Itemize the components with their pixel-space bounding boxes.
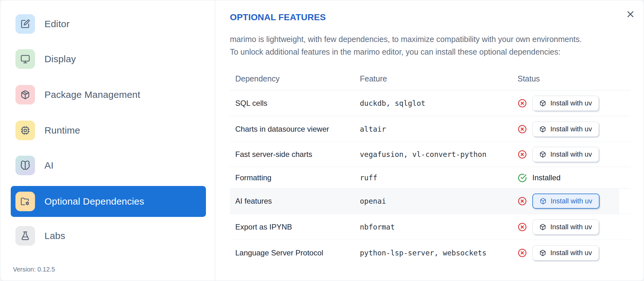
column-header-dependency: Dependency bbox=[230, 74, 360, 83]
installed-label: Installed bbox=[532, 173, 560, 182]
table-header-row: Dependency Feature Status bbox=[230, 67, 630, 90]
box-icon bbox=[539, 224, 546, 230]
description-line-2: To unlock additional features in the mar… bbox=[230, 47, 560, 56]
table-row: Export as IPYNB nbformat Install with uv bbox=[230, 214, 630, 240]
flask-icon bbox=[15, 226, 35, 246]
feature-packages: duckdb, sqlglot bbox=[360, 99, 518, 107]
feature-packages: python-lsp-server, websockets bbox=[360, 249, 518, 257]
dependency-name: Formatting bbox=[230, 173, 360, 182]
status-cell: Install with uv bbox=[518, 194, 630, 209]
sidebar-item-editor[interactable]: Editor bbox=[11, 14, 206, 34]
status-installed-icon bbox=[518, 173, 527, 182]
column-header-feature: Feature bbox=[360, 74, 518, 83]
table-row: AI features openai Install with uv bbox=[230, 188, 630, 214]
sidebar-item-ai[interactable]: AI bbox=[11, 156, 206, 175]
description-line-1: marimo is lightweight, with few dependen… bbox=[230, 35, 582, 44]
feature-packages: vegafusion, vl-convert-python bbox=[360, 150, 518, 158]
install-with-uv-button[interactable]: Install with uv bbox=[532, 122, 599, 137]
package-icon bbox=[15, 85, 35, 105]
panel-description: marimo is lightweight, with few dependen… bbox=[230, 33, 582, 58]
page-title: OPTIONAL FEATURES bbox=[230, 12, 326, 22]
install-button-label: Install with uv bbox=[551, 197, 592, 205]
cpu-icon bbox=[15, 121, 35, 140]
folder-gear-icon bbox=[15, 192, 35, 211]
feature-packages: ruff bbox=[360, 174, 518, 182]
dependency-name: Export as IPYNB bbox=[230, 223, 360, 231]
box-icon bbox=[539, 126, 546, 133]
monitor-icon bbox=[15, 49, 35, 69]
table-row: Formatting ruff Installed bbox=[230, 167, 630, 188]
install-button-label: Install with uv bbox=[550, 223, 592, 231]
dependency-name: SQL cells bbox=[230, 99, 360, 108]
box-icon bbox=[540, 198, 547, 205]
sidebar-item-optional-dependencies[interactable]: Optional Dependencies bbox=[11, 186, 206, 217]
dependency-name: Charts in datasource viewer bbox=[230, 125, 360, 134]
editor-pen-icon bbox=[15, 14, 35, 34]
install-button-label: Install with uv bbox=[550, 125, 592, 133]
sidebar-item-label: Labs bbox=[44, 230, 65, 241]
status-missing-icon bbox=[518, 99, 527, 108]
sidebar-item-labs[interactable]: Labs bbox=[11, 226, 206, 246]
status-missing-icon bbox=[518, 222, 527, 232]
sidebar-item-package-management[interactable]: Package Management bbox=[11, 85, 206, 105]
table-row: SQL cells duckdb, sqlglot Install with u… bbox=[230, 90, 630, 116]
status-cell: Install with uv bbox=[518, 219, 630, 235]
box-icon bbox=[539, 100, 546, 107]
install-with-uv-button[interactable]: Install with uv bbox=[532, 96, 599, 111]
feature-packages: openai bbox=[360, 197, 518, 205]
feature-packages: nbformat bbox=[360, 223, 518, 231]
status-cell: Install with uv bbox=[518, 245, 630, 260]
table-row: Fast server-side charts vegafusion, vl-c… bbox=[230, 142, 630, 167]
dependencies-table: Dependency Feature Status SQL cells duck… bbox=[230, 67, 630, 266]
version-label: Version: 0.12.5 bbox=[13, 266, 55, 273]
box-icon bbox=[539, 249, 546, 256]
sidebar-item-label: Package Management bbox=[44, 89, 140, 100]
sidebar-item-label: Optional Dependencies bbox=[44, 196, 144, 207]
close-x-icon bbox=[626, 9, 635, 19]
settings-sidebar: Editor Display Package Management Runtim… bbox=[0, 0, 215, 281]
sidebar-item-label: Display bbox=[44, 54, 76, 64]
install-button-label: Install with uv bbox=[550, 150, 592, 158]
install-with-uv-button[interactable]: Install with uv bbox=[532, 194, 600, 209]
status-missing-icon bbox=[518, 248, 527, 258]
settings-dialog: Editor Display Package Management Runtim… bbox=[0, 0, 644, 281]
status-cell: Installed bbox=[518, 173, 630, 182]
close-button[interactable] bbox=[624, 7, 637, 21]
status-cell: Install with uv bbox=[518, 147, 630, 162]
status-missing-icon bbox=[518, 124, 527, 134]
sidebar-item-display[interactable]: Display bbox=[11, 49, 206, 69]
sidebar-item-runtime[interactable]: Runtime bbox=[11, 121, 206, 140]
column-header-status: Status bbox=[518, 74, 630, 83]
dependency-name: Fast server-side charts bbox=[230, 150, 360, 159]
sidebar-item-label: AI bbox=[44, 160, 54, 171]
install-button-label: Install with uv bbox=[550, 99, 592, 107]
install-with-uv-button[interactable]: Install with uv bbox=[532, 147, 599, 162]
install-with-uv-button[interactable]: Install with uv bbox=[532, 219, 599, 235]
dependency-name: AI features bbox=[230, 197, 360, 206]
feature-packages: altair bbox=[360, 125, 518, 133]
dependency-name: Language Server Protocol bbox=[230, 248, 360, 257]
table-row: Charts in datasource viewer altair Insta… bbox=[230, 116, 630, 142]
optional-features-panel: OPTIONAL FEATURES marimo is lightweight,… bbox=[215, 0, 644, 281]
box-icon bbox=[539, 151, 546, 158]
brain-icon bbox=[15, 156, 35, 175]
status-missing-icon bbox=[518, 196, 527, 206]
sidebar-item-label: Editor bbox=[44, 19, 70, 29]
status-missing-icon bbox=[518, 150, 527, 159]
status-cell: Install with uv bbox=[518, 96, 630, 111]
table-row: Language Server Protocol python-lsp-serv… bbox=[230, 240, 630, 266]
sidebar-item-label: Runtime bbox=[44, 125, 80, 136]
status-cell: Install with uv bbox=[518, 122, 630, 137]
install-button-label: Install with uv bbox=[550, 249, 592, 257]
install-with-uv-button[interactable]: Install with uv bbox=[532, 245, 599, 260]
